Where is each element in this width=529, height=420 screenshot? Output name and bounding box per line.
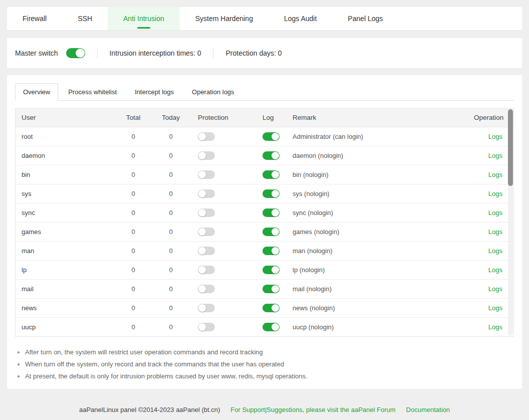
log-toggle[interactable] — [262, 151, 280, 160]
user-name: root — [16, 127, 116, 146]
logs-link[interactable]: Logs — [488, 285, 502, 293]
note-item: ●After turn on, the system will restrict… — [15, 346, 514, 358]
logs-link[interactable]: Logs — [488, 209, 502, 217]
logs-link[interactable]: Logs — [488, 133, 502, 140]
table-row: news 0 0 news (nologin) Logs — [16, 298, 513, 317]
log-toggle[interactable] — [262, 285, 280, 293]
master-switch-label: Master switch — [15, 49, 58, 57]
scrollbar-thumb[interactable] — [508, 109, 513, 186]
tab-ssh[interactable]: SSH — [62, 7, 108, 30]
bullet-icon: ● — [17, 361, 20, 367]
master-switch-toggle[interactable] — [66, 48, 85, 58]
protection-toggle[interactable] — [198, 323, 215, 331]
today-count: 0 — [151, 184, 191, 203]
protection-toggle[interactable] — [198, 304, 215, 312]
protection-toggle[interactable] — [198, 228, 215, 236]
tab-process-whitelist[interactable]: Process whitelist — [60, 83, 125, 101]
panel-tab-bar: Overview Process whitelist Intercept log… — [15, 83, 514, 101]
log-toggle[interactable] — [262, 323, 280, 331]
table-row: lp 0 0 lp (nologin) Logs — [16, 260, 513, 279]
logs-link[interactable]: Logs — [488, 152, 502, 159]
tab-firewall[interactable]: Firewall — [7, 7, 62, 30]
user-remark: daemon (nologin) — [289, 146, 468, 165]
log-toggle[interactable] — [262, 208, 280, 217]
tab-operation-logs[interactable]: Operation logs — [184, 83, 242, 101]
total-count: 0 — [116, 298, 151, 317]
tab-panel-logs[interactable]: Panel Logs — [332, 7, 398, 30]
note-item: ●At present, the default is only for int… — [15, 370, 514, 382]
note-item: ●When turn off the system, only record a… — [15, 358, 514, 370]
security-tab-bar: Firewall SSH Anti Intrusion System Harde… — [7, 7, 522, 30]
today-count: 0 — [151, 146, 191, 165]
divider — [213, 48, 213, 58]
protection-days-stat: Protection days: 0 — [225, 49, 282, 57]
log-toggle[interactable] — [262, 266, 280, 274]
log-toggle[interactable] — [262, 304, 280, 312]
today-count: 0 — [151, 203, 191, 222]
protection-toggle[interactable] — [198, 189, 215, 198]
logs-link[interactable]: Logs — [488, 228, 502, 236]
user-name: mail — [16, 279, 116, 298]
col-header-log: Log — [258, 109, 289, 127]
log-toggle[interactable] — [262, 247, 280, 255]
total-count: 0 — [116, 165, 151, 184]
divider — [97, 48, 98, 58]
protection-toggle[interactable] — [198, 247, 215, 255]
logs-link[interactable]: Logs — [488, 190, 502, 197]
col-header-protection: Protection — [191, 109, 258, 127]
protection-toggle[interactable] — [198, 208, 215, 217]
protection-toggle[interactable] — [198, 170, 215, 179]
table-row: root 0 0 Administrator (can login) Logs — [16, 127, 513, 146]
table-row: daemon 0 0 daemon (nologin) Logs — [16, 146, 513, 165]
bullet-icon: ● — [17, 373, 20, 379]
user-remark: sync (nologin) — [289, 203, 468, 222]
logs-link[interactable]: Logs — [488, 247, 502, 255]
log-toggle[interactable] — [262, 170, 280, 179]
log-toggle[interactable] — [262, 132, 280, 141]
log-toggle[interactable] — [262, 189, 280, 198]
user-name: uucp — [16, 317, 116, 336]
tab-logs-audit[interactable]: Logs Audit — [269, 7, 332, 30]
protection-toggle[interactable] — [198, 151, 215, 160]
user-remark: uucp (nologin) — [289, 317, 468, 336]
bullet-icon: ● — [17, 349, 20, 355]
table-scrollbar[interactable] — [508, 109, 513, 336]
tab-overview[interactable]: Overview — [15, 83, 58, 101]
logs-link[interactable]: Logs — [488, 266, 502, 274]
log-toggle[interactable] — [262, 228, 280, 236]
protection-toggle[interactable] — [198, 132, 215, 141]
table-row: mail 0 0 mail (nologin) Logs — [16, 279, 513, 298]
user-name: bin — [16, 165, 116, 184]
table-row: sync 0 0 sync (nologin) Logs — [16, 203, 513, 222]
protection-toggle[interactable] — [198, 285, 215, 293]
today-count: 0 — [151, 127, 191, 146]
documentation-link[interactable]: Documentation — [406, 406, 450, 413]
user-remark: mail (nologin) — [289, 279, 468, 298]
col-header-remark: Remark — [289, 109, 468, 127]
tab-anti-intrusion[interactable]: Anti Intrusion — [108, 7, 180, 30]
logs-link[interactable]: Logs — [488, 323, 502, 331]
tab-system-hardening[interactable]: System Hardening — [180, 7, 269, 30]
user-remark: Administrator (can login) — [289, 127, 468, 146]
logs-link[interactable]: Logs — [488, 304, 502, 312]
total-count: 0 — [116, 317, 151, 336]
table-row: man 0 0 man (nologin) Logs — [16, 241, 513, 260]
help-notes: ●After turn on, the system will restrict… — [15, 346, 514, 382]
logs-link[interactable]: Logs — [488, 171, 502, 178]
support-forum-link[interactable]: For Support|Suggestions, please visit th… — [230, 406, 395, 413]
today-count: 0 — [151, 260, 191, 279]
user-name: games — [16, 222, 116, 241]
today-count: 0 — [151, 298, 191, 317]
anti-intrusion-panel: Overview Process whitelist Intercept log… — [7, 75, 522, 389]
user-name: daemon — [16, 146, 116, 165]
user-name: lp — [16, 260, 116, 279]
user-name: man — [16, 241, 116, 260]
tab-intercept-logs[interactable]: Intercept logs — [127, 83, 182, 101]
user-name: sync — [16, 203, 116, 222]
page-footer: aaPanelLinux panel ©2014-2023 aaPanel (b… — [0, 389, 529, 420]
protection-toggle[interactable] — [198, 266, 215, 274]
user-remark: games (nologin) — [289, 222, 468, 241]
today-count: 0 — [151, 241, 191, 260]
col-header-operation: Operation — [468, 109, 513, 127]
user-name: news — [16, 298, 116, 317]
